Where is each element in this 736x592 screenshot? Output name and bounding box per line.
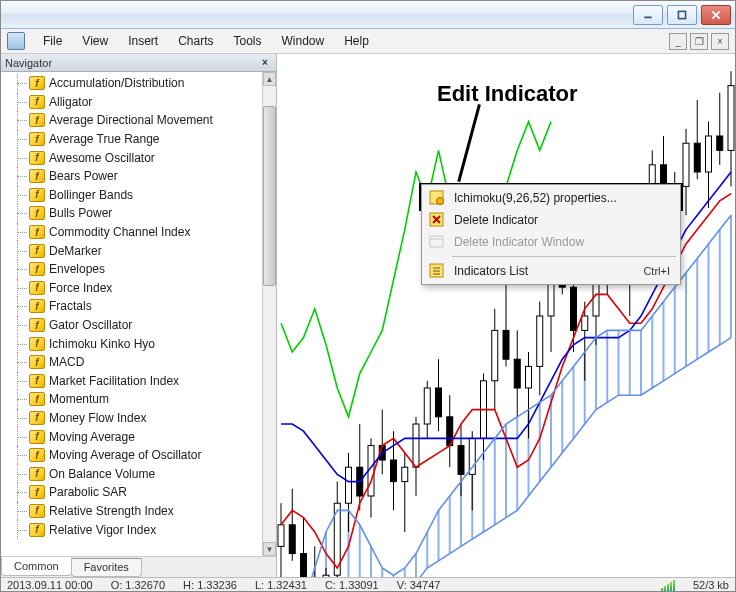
indicator-item[interactable]: fEnvelopes bbox=[1, 260, 262, 279]
indicator-label: Money Flow Index bbox=[49, 411, 146, 425]
indicator-label: Ichimoku Kinko Hyo bbox=[49, 337, 155, 351]
scroll-down-icon[interactable]: ▼ bbox=[263, 542, 276, 556]
cm-indicators-list-label: Indicators List bbox=[454, 264, 643, 278]
cm-separator bbox=[452, 256, 676, 257]
indicator-item[interactable]: fIchimoku Kinko Hyo bbox=[1, 334, 262, 353]
menu-file[interactable]: File bbox=[35, 32, 70, 50]
mdi-close-icon[interactable]: × bbox=[711, 33, 729, 50]
tab-favorites[interactable]: Favorites bbox=[71, 558, 142, 577]
navigator-scrollbar[interactable]: ▲ ▼ bbox=[262, 72, 276, 556]
chart-pane[interactable] bbox=[277, 54, 735, 577]
svg-rect-54 bbox=[323, 575, 329, 577]
svg-rect-74 bbox=[436, 388, 442, 417]
indicator-label: Parabolic SAR bbox=[49, 485, 127, 499]
scroll-thumb[interactable] bbox=[263, 106, 276, 286]
indicator-item[interactable]: fAccumulation/Distribution bbox=[1, 74, 262, 93]
indicator-label: Bulls Power bbox=[49, 206, 112, 220]
minimize-button[interactable] bbox=[633, 5, 663, 25]
indicator-icon: f bbox=[29, 76, 45, 90]
indicator-label: Momentum bbox=[49, 392, 109, 406]
indicator-icon: f bbox=[29, 337, 45, 351]
menu-charts[interactable]: Charts bbox=[170, 32, 221, 50]
cm-delete-indicator[interactable]: Delete Indicator bbox=[424, 209, 678, 231]
app-icon bbox=[7, 32, 25, 50]
mdi-restore-icon[interactable]: ❐ bbox=[690, 33, 708, 50]
indicator-item[interactable]: fMoving Average of Oscillator bbox=[1, 446, 262, 465]
indicator-item[interactable]: fGator Oscillator bbox=[1, 316, 262, 335]
indicator-label: Alligator bbox=[49, 95, 92, 109]
indicator-icon: f bbox=[29, 244, 45, 258]
cm-delete-indicator-label: Delete Indicator bbox=[454, 213, 678, 227]
svg-rect-98 bbox=[571, 287, 577, 330]
cm-properties[interactable]: Ichimoku(9,26,52) properties... bbox=[424, 187, 678, 209]
indicator-item[interactable]: fFractals bbox=[1, 297, 262, 316]
price-chart bbox=[277, 54, 735, 577]
indicator-item[interactable]: fMomentum bbox=[1, 390, 262, 409]
status-network: 52/3 kb bbox=[693, 579, 729, 591]
status-low: L: 1.32431 bbox=[255, 579, 307, 591]
indicator-icon: f bbox=[29, 206, 45, 220]
cm-indicators-list[interactable]: Indicators List Ctrl+I bbox=[424, 260, 678, 282]
menu-window[interactable]: Window bbox=[274, 32, 333, 50]
indicator-item[interactable]: fBulls Power bbox=[1, 204, 262, 223]
indicator-context-menu: Ichimoku(9,26,52) properties... Delete I… bbox=[421, 184, 681, 285]
menu-insert[interactable]: Insert bbox=[120, 32, 166, 50]
indicator-item[interactable]: fAverage True Range bbox=[1, 130, 262, 149]
indicator-item[interactable]: fAlligator bbox=[1, 93, 262, 112]
indicator-item[interactable]: fParabolic SAR bbox=[1, 483, 262, 502]
indicator-label: Accumulation/Distribution bbox=[49, 76, 184, 90]
svg-rect-90 bbox=[526, 366, 532, 388]
indicator-label: Moving Average bbox=[49, 430, 135, 444]
mdi-minimize-icon[interactable]: _ bbox=[669, 33, 687, 50]
indicator-item[interactable]: fMACD bbox=[1, 353, 262, 372]
indicator-item[interactable]: fDeMarker bbox=[1, 241, 262, 260]
indicator-icon: f bbox=[29, 113, 45, 127]
indicator-item[interactable]: fMoving Average bbox=[1, 427, 262, 446]
indicator-item[interactable]: fAwesome Oscillator bbox=[1, 148, 262, 167]
svg-rect-118 bbox=[683, 143, 689, 186]
indicator-label: Commodity Channel Index bbox=[49, 225, 190, 239]
menu-help[interactable]: Help bbox=[336, 32, 377, 50]
svg-rect-66 bbox=[391, 460, 397, 482]
delete-indicator-icon bbox=[428, 211, 446, 229]
maximize-button[interactable] bbox=[667, 5, 697, 25]
svg-rect-72 bbox=[424, 388, 430, 424]
cm-delete-window: Delete Indicator Window bbox=[424, 231, 678, 253]
indicator-item[interactable]: fRelative Vigor Index bbox=[1, 520, 262, 539]
indicator-label: Relative Strength Index bbox=[49, 504, 174, 518]
indicator-label: Average True Range bbox=[49, 132, 160, 146]
indicator-item[interactable]: fOn Balance Volume bbox=[1, 464, 262, 483]
indicator-label: Market Facilitation Index bbox=[49, 374, 179, 388]
close-button[interactable] bbox=[701, 5, 731, 25]
svg-rect-70 bbox=[413, 424, 419, 467]
indicator-icon: f bbox=[29, 318, 45, 332]
indicator-item[interactable]: fRelative Strength Index bbox=[1, 502, 262, 521]
indicator-item[interactable]: fMoney Flow Index bbox=[1, 409, 262, 428]
indicator-label: DeMarker bbox=[49, 244, 102, 258]
indicator-item[interactable]: fCommodity Channel Index bbox=[1, 223, 262, 242]
indicator-item[interactable]: fForce Index bbox=[1, 279, 262, 298]
status-close: C: 1.33091 bbox=[325, 579, 379, 591]
indicator-item[interactable]: fAverage Directional Movement bbox=[1, 111, 262, 130]
svg-rect-50 bbox=[301, 554, 307, 577]
indicator-item[interactable]: fBears Power bbox=[1, 167, 262, 186]
indicator-label: On Balance Volume bbox=[49, 467, 155, 481]
menu-tools[interactable]: Tools bbox=[226, 32, 270, 50]
tab-common[interactable]: Common bbox=[1, 557, 72, 576]
scroll-up-icon[interactable]: ▲ bbox=[263, 72, 276, 86]
svg-rect-58 bbox=[346, 467, 352, 503]
navigator-close-icon[interactable]: × bbox=[258, 56, 272, 69]
connection-bars-icon bbox=[661, 580, 675, 591]
menubar-row: File View Insert Charts Tools Window Hel… bbox=[1, 29, 735, 54]
indicator-icon: f bbox=[29, 523, 45, 537]
indicator-item[interactable]: fMarket Facilitation Index bbox=[1, 372, 262, 391]
cm-delete-window-label: Delete Indicator Window bbox=[454, 235, 678, 249]
indicator-item[interactable]: fBollinger Bands bbox=[1, 186, 262, 205]
svg-rect-88 bbox=[514, 359, 520, 388]
indicator-label: Envelopes bbox=[49, 262, 105, 276]
svg-rect-1 bbox=[678, 11, 685, 18]
indicator-icon: f bbox=[29, 467, 45, 481]
indicator-tree[interactable]: fAccumulation/DistributionfAlligatorfAve… bbox=[1, 72, 262, 556]
menu-view[interactable]: View bbox=[74, 32, 116, 50]
svg-rect-86 bbox=[503, 330, 509, 359]
